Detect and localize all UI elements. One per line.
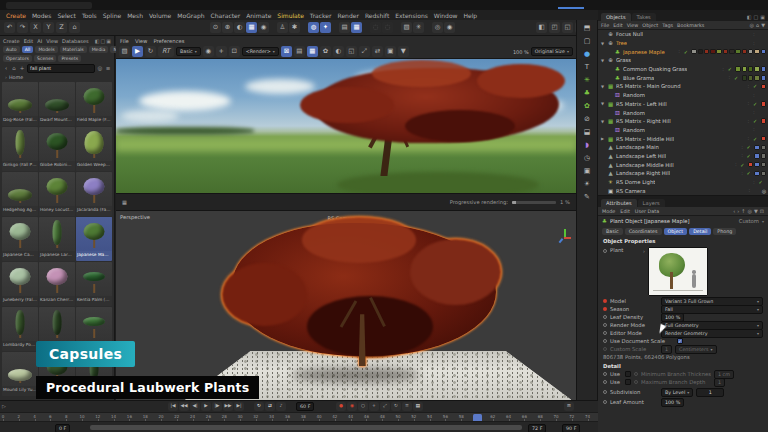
enable-check-icon[interactable]: ✓ [752,101,759,107]
playhead[interactable] [473,414,482,422]
menu-animate[interactable]: Animate [246,12,271,19]
record-rotation-toggle[interactable]: ↻ [391,402,401,411]
menu-icon[interactable]: ≡ [105,65,111,71]
filter-models[interactable]: Models [35,46,57,53]
current-frame-field[interactable]: 60 F [296,402,314,411]
camera-icon[interactable]: ▣ [581,166,594,177]
attr-chip-phong[interactable]: Phong [713,228,736,235]
asset-item[interactable]: Dwarf Mountain Pine (... [39,82,75,126]
attr-nav-up-icon[interactable]: ↑ [741,208,745,214]
add-snapshot-button[interactable]: + [216,46,227,57]
record-keyframe-button[interactable]: ● [336,402,346,411]
filter-presets[interactable]: Presets [58,55,81,62]
menu-volume[interactable]: Volume [149,12,171,19]
om-home-icon[interactable]: ⌂ [756,22,759,28]
om-filter-icon[interactable]: ▼ [761,22,765,28]
editor-mode-dropdown[interactable]: Render Geometry▾ [661,329,763,338]
bucket-grid-button[interactable]: ▦ [307,46,318,57]
tag-swatch[interactable] [761,162,767,168]
denoise-button[interactable]: ✿ [320,46,331,57]
expand-icon[interactable]: ▶ [600,136,605,141]
snapshot-sphere-icon[interactable]: ◉ [203,46,214,57]
object-row-rs-matrix-left-hill[interactable]: ▼▦RS Matrix - Left Hill⁚✓ [598,100,768,109]
back-icon[interactable]: ‹ [3,65,9,71]
object-row-rs-matrix-main-ground[interactable]: ▼▦RS Matrix - Main Ground⁚✓ [598,82,768,91]
pixel-grid-button[interactable]: ▤ [294,46,305,57]
preview-range-slider[interactable] [90,425,522,430]
layer-dots-icon[interactable]: ⁚ [735,162,737,167]
snapshot-camera-button[interactable]: ▣ [385,46,396,57]
attr-search-icon[interactable]: ◎ [748,208,752,214]
layout-standard-icon[interactable]: ◧ [536,22,547,33]
om-menu-object[interactable]: Object [642,22,658,28]
attr-menu-edit[interactable]: Edit [620,208,629,214]
keyframe-settings-icon[interactable]: ⊞ [564,402,574,411]
timeline-ruler[interactable]: 0246810121416182022242628303234363840424… [0,412,598,422]
tag-swatch[interactable] [761,171,767,177]
tag-swatch[interactable] [748,75,754,81]
render-settings-dropdown[interactable]: <Render>▾ [242,47,279,56]
text-tool-icon[interactable]: T [581,62,594,73]
object-row-blue-grama[interactable]: ♣Blue Grama⁚✓ [598,73,768,82]
prohibit-icon[interactable]: ⊘ [581,114,594,125]
enable-check-icon[interactable]: ✓ [733,75,740,81]
layer-dots-icon[interactable]: ⁚ [748,136,750,141]
record-position-toggle[interactable]: + [369,402,379,411]
menu-tools[interactable]: Tools [82,12,97,19]
clapper-icon[interactable]: ▧ [401,22,412,33]
layer-dots-icon[interactable]: ⁚ [753,58,755,63]
tag-swatch[interactable] [754,171,760,177]
enable-check-icon[interactable]: ✓ [745,153,752,159]
enable-check-icon[interactable]: ✓ [726,66,733,72]
layer-dots-icon[interactable]: ⁚ [748,101,750,106]
render-view-image[interactable] [116,59,576,193]
next-key-button[interactable]: ▶▶ [223,402,233,411]
menu-character[interactable]: Character [211,12,241,19]
goto-start-button[interactable]: |◀ [168,402,178,411]
object-row-landscape-main[interactable]: ▲Landscape Main⁚✓ [598,143,768,152]
ab-menu-edit[interactable]: Edit [24,38,34,44]
attr-chip-object[interactable]: Object [664,228,688,235]
tag-swatch[interactable] [704,49,710,55]
cube-primitive-icon[interactable]: ▢ [581,36,594,47]
object-row-rs-matrix-middle-hill[interactable]: ▶▦RS Matrix - Middle Hill⁚✓ [598,134,768,143]
om-menu-view[interactable]: View [627,22,639,28]
refresh-button[interactable]: ↻ [145,46,156,57]
time-icon[interactable]: ◷ [581,153,594,164]
tag-swatch[interactable] [748,49,754,55]
plant-capsule-icon[interactable]: ♣ [581,88,594,99]
max-branch-use-checkbox[interactable] [625,379,631,385]
tag-swatch[interactable] [748,162,754,168]
menu-window[interactable]: Window [434,12,458,19]
record-pla-toggle[interactable]: ▤ [413,402,423,411]
menu-select[interactable]: Select [57,12,76,19]
goto-end-button[interactable]: ▶| [234,402,244,411]
om-dock-icon[interactable]: ◧ [747,14,752,20]
tag-swatch[interactable] [761,153,767,159]
asset-item[interactable]: Lombardy Poplar (Fall... [2,307,38,351]
object-row-rs-matrix-right-hill[interactable]: ▼▦RS Matrix - Right Hill⁚✓ [598,117,768,126]
selected-tree-object[interactable] [222,220,507,371]
asset-item[interactable]: Mound Lily Yucca (Fall... [2,352,38,396]
layer-dots-icon[interactable]: ⁚ [741,153,743,158]
asset-item[interactable]: Japanese Maple (Fall ... [76,217,112,261]
filter-all[interactable]: All [22,46,34,53]
object-row-japanese-maple[interactable]: ♣Japanese Maple⁚✓ [598,47,768,56]
om-tab-takes[interactable]: Takes [632,13,656,21]
layer-dots-icon[interactable]: ⁚ [749,188,751,193]
menu-redshift[interactable]: Redshift [365,12,389,19]
range-start-field[interactable]: 0 F [55,424,70,432]
custom-button[interactable]: Custom [739,218,759,224]
ab-compare-button[interactable]: ⇄ [372,46,383,57]
object-row-focus-null[interactable]: ⊕Focus Null⁚ [598,30,768,39]
asset-item[interactable]: Honey Locust 'Sunbur... [39,172,75,216]
rt-toggle[interactable]: RT [158,46,174,57]
asset-item[interactable]: Hedgehog Agave (Fall... [2,172,38,216]
object-row-landscape-right-hill[interactable]: ▲Landscape Right Hill⁚✓ [598,169,768,178]
tag-swatch[interactable] [754,75,760,81]
tag-swatch[interactable] [761,101,767,107]
layer-dots-icon[interactable]: ⁚ [753,180,755,185]
object-row-random[interactable]: ⚄Random⁚ [598,108,768,117]
pen-icon[interactable]: ✎ [581,192,594,203]
tag-swatch[interactable] [742,66,748,72]
